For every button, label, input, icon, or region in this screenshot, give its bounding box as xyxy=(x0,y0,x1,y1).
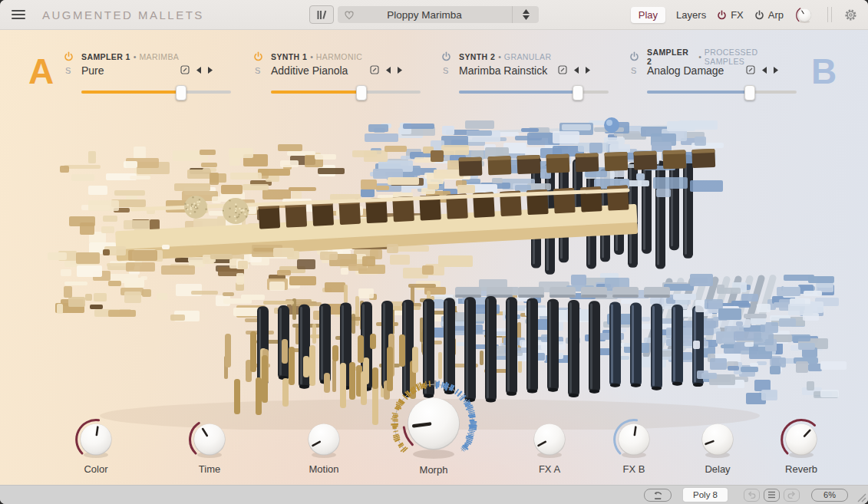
macro-label: Color xyxy=(71,463,120,475)
reverb-knob[interactable] xyxy=(777,414,826,463)
power-icon[interactable] xyxy=(253,51,263,61)
macro-label: FX B xyxy=(609,463,658,475)
layer-slot-sampler1: SAMPLER 1 • MARIMBA S Pure xyxy=(64,51,234,99)
gauge-icon xyxy=(651,490,665,499)
power-icon[interactable] xyxy=(64,51,74,61)
macro-label: Motion xyxy=(299,463,348,475)
engine-category: MARIMBA xyxy=(139,52,179,61)
layer-slot-synth2: SYNTH 2 • GRANULAR S Marimba Rainstick xyxy=(441,51,612,99)
layer-level-slider[interactable] xyxy=(81,85,231,99)
layer-browse-icon[interactable] xyxy=(746,65,755,74)
bullet: • xyxy=(134,52,137,61)
next-preset-arrow[interactable] xyxy=(398,67,402,74)
app-title: AUGMENTED MALLETS xyxy=(42,8,204,21)
solo-button[interactable]: S xyxy=(631,66,636,75)
power-icon[interactable] xyxy=(441,51,451,61)
delay-knob[interactable] xyxy=(693,414,742,463)
undo-icon xyxy=(747,490,757,500)
next-preset-arrow[interactable] xyxy=(774,67,778,74)
macro-label: Reverb xyxy=(777,463,826,475)
undo-button[interactable] xyxy=(744,489,760,502)
arp-power-icon xyxy=(754,10,764,20)
library-icon xyxy=(315,9,328,21)
layer-preset-name[interactable]: Analog Damage xyxy=(647,64,724,77)
prev-preset-arrow[interactable] xyxy=(386,67,391,74)
layer-level-slider[interactable] xyxy=(271,85,421,99)
redo-icon xyxy=(787,490,797,500)
next-preset-arrow[interactable] xyxy=(586,67,590,74)
power-icon[interactable] xyxy=(629,51,639,61)
time-knob[interactable] xyxy=(185,414,234,463)
cpu-meter-button[interactable]: 6% xyxy=(811,489,848,502)
layer-browse-icon[interactable] xyxy=(558,65,567,74)
layer-preset-name[interactable]: Marimba Rainstick xyxy=(459,64,547,77)
slider-handle[interactable] xyxy=(176,85,186,100)
preset-spinner xyxy=(512,6,539,23)
tab-play[interactable]: Play xyxy=(631,7,665,23)
top-nav: Play Layers FX Arp xyxy=(631,0,857,29)
plugin-window: AUGMENTED MALLETS Ploppy Marimba xyxy=(0,0,868,504)
preset-name[interactable]: Ploppy Marimba xyxy=(338,9,511,21)
engine-name: SYNTH 1 xyxy=(271,52,307,61)
layer-level-slider[interactable] xyxy=(459,85,609,99)
prev-preset-arrow[interactable] xyxy=(196,67,201,74)
side-b-label: B xyxy=(811,54,837,89)
engine-name: SYNTH 2 xyxy=(459,52,495,61)
color-knob[interactable] xyxy=(71,414,120,463)
layer-slot-synth1: SYNTH 1 • HARMONIC S Additive Pianola xyxy=(253,51,424,99)
tab-fx[interactable]: FX xyxy=(717,9,744,21)
settings-gear-icon[interactable] xyxy=(844,8,857,21)
morph-knob[interactable] xyxy=(384,375,484,475)
titlebar: AUGMENTED MALLETS Ploppy Marimba xyxy=(0,0,868,30)
layer-browse-icon[interactable] xyxy=(180,65,190,74)
slider-handle[interactable] xyxy=(744,85,755,100)
poly-mode-button[interactable]: Poly 8 xyxy=(683,488,728,502)
side-a-label: A xyxy=(28,54,54,89)
fx-power-icon xyxy=(717,10,727,20)
redo-button[interactable] xyxy=(784,489,800,502)
tab-layers[interactable]: Layers xyxy=(676,9,706,21)
history-list-button[interactable] xyxy=(764,489,780,502)
preset-browser: Ploppy Marimba xyxy=(309,6,539,23)
slider-handle[interactable] xyxy=(356,85,367,100)
layer-browse-icon[interactable] xyxy=(370,65,379,74)
tab-arp[interactable]: Arp xyxy=(754,9,784,21)
fx-a-knob[interactable] xyxy=(525,414,574,463)
solo-button[interactable]: S xyxy=(255,66,260,75)
preset-down-button[interactable] xyxy=(523,15,530,20)
library-button[interactable] xyxy=(309,5,334,24)
prev-preset-arrow[interactable] xyxy=(574,67,579,74)
prev-preset-arrow[interactable] xyxy=(762,67,767,74)
hamburger-menu-button[interactable] xyxy=(12,10,25,19)
preset-up-button[interactable] xyxy=(523,9,530,14)
solo-button[interactable]: S xyxy=(65,66,71,75)
motion-knob[interactable] xyxy=(299,414,348,463)
bullet: • xyxy=(310,52,313,61)
master-volume-knob[interactable] xyxy=(794,5,815,25)
bullet: • xyxy=(698,52,701,61)
macro-label: Morph xyxy=(384,464,484,476)
macro-gauge-button[interactable] xyxy=(644,489,672,502)
layer-preset-name[interactable]: Additive Pianola xyxy=(271,64,348,77)
layer-slot-sampler2: SAMPLER 2 • PROCESSED SAMPLES S Analog D… xyxy=(629,51,800,99)
layer-preset-name[interactable]: Pure xyxy=(81,64,104,77)
history-list-icon xyxy=(767,491,776,499)
footer-bar: Poly 8 6% xyxy=(0,485,868,504)
macro-label: FX A xyxy=(525,463,574,475)
macro-label: Delay xyxy=(693,463,742,475)
next-preset-arrow[interactable] xyxy=(208,67,213,74)
bullet: • xyxy=(498,52,501,61)
nav-divider xyxy=(827,7,832,22)
solo-button[interactable]: S xyxy=(443,66,448,75)
slider-handle[interactable] xyxy=(573,85,583,100)
layer-level-slider[interactable] xyxy=(647,85,797,99)
macro-label: Time xyxy=(185,463,234,475)
main-panel: A B SAMPLER 1 • MARIMBA S Pure xyxy=(0,29,868,485)
engine-name: SAMPLER 1 xyxy=(81,52,130,61)
engine-category: GRANULAR xyxy=(504,52,552,61)
preset-field[interactable]: Ploppy Marimba xyxy=(338,6,539,23)
engine-category: HARMONIC xyxy=(316,52,362,61)
resize-grip[interactable] xyxy=(856,492,866,502)
fx-b-knob[interactable] xyxy=(609,414,658,463)
